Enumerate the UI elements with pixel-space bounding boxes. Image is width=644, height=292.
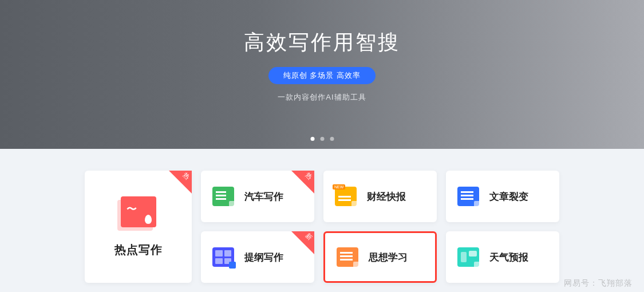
new-corner-tag: 新 — [291, 231, 314, 254]
card-outline-writing[interactable]: 新 提纲写作 — [201, 231, 314, 283]
grid-purple-icon — [212, 247, 234, 267]
hero-subtitle: 一款内容创作AI辅助工具 — [278, 92, 366, 102]
card-label: 文章裂变 — [489, 190, 528, 203]
card-auto-writing[interactable]: 热 汽车写作 — [201, 171, 314, 222]
card-label: 汽车写作 — [244, 190, 283, 203]
corner-tag-text: 热 — [303, 171, 314, 181]
category-grid: 热 〜 热点写作 热 汽车写作 NEW 财经快报 文章裂变 新 提纲写作 思想学 — [0, 149, 644, 283]
featured-card-hot-writing[interactable]: 热 〜 热点写作 — [85, 171, 192, 283]
card-article-split[interactable]: 文章裂变 — [446, 171, 559, 222]
carousel-dot[interactable] — [320, 137, 324, 141]
hero-title: 高效写作用智搜 — [244, 29, 400, 57]
new-badge: NEW — [333, 184, 345, 190]
hot-writing-icon: 〜 — [121, 196, 156, 227]
document-green-icon — [212, 187, 234, 206]
corner-tag-text: 新 — [303, 231, 314, 242]
document-orange-icon — [337, 247, 358, 267]
watermark-text: 网易号：飞翔部落 — [564, 278, 633, 289]
carousel-dots[interactable] — [310, 137, 334, 141]
card-label: 天气预报 — [489, 251, 528, 264]
carousel-dot[interactable] — [330, 137, 334, 141]
small-card-grid: 热 汽车写作 NEW 财经快报 文章裂变 新 提纲写作 思想学习 天气预报 — [201, 171, 559, 283]
hero-banner: 高效写作用智搜 纯原创 多场景 高效率 一款内容创作AI辅助工具 — [0, 0, 644, 149]
card-weather-forecast[interactable]: 天气预报 — [446, 231, 559, 283]
hot-corner-tag: 热 — [169, 171, 192, 194]
card-finance-news[interactable]: NEW 财经快报 — [323, 171, 437, 222]
carousel-dot[interactable] — [310, 137, 314, 141]
weather-teal-icon — [457, 247, 479, 267]
card-label: 思想学习 — [369, 251, 408, 264]
document-blue-icon — [457, 187, 479, 206]
hot-corner-tag: 热 — [291, 171, 314, 194]
featured-card-label: 热点写作 — [114, 242, 163, 258]
card-thought-study[interactable]: 思想学习 — [323, 231, 437, 283]
card-label: 财经快报 — [367, 190, 406, 203]
card-label: 提纲写作 — [244, 251, 283, 264]
corner-tag-text: 热 — [181, 171, 191, 181]
hero-badge: 纯原创 多场景 高效率 — [268, 67, 376, 84]
document-yellow-icon: NEW — [335, 187, 357, 206]
